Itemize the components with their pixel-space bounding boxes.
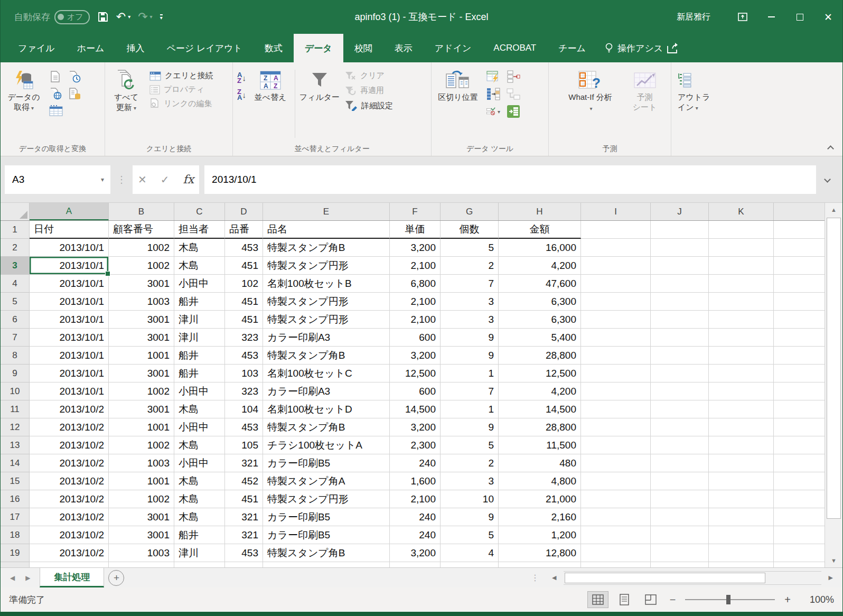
cell-G13[interactable]: 5	[441, 436, 499, 454]
cell-B11[interactable]: 3001	[109, 400, 174, 418]
manage-data-model-button[interactable]	[507, 105, 520, 118]
cell-K19[interactable]	[709, 544, 774, 562]
cell-E9[interactable]: 名刺100枚セットC	[263, 365, 390, 382]
cell-K9[interactable]	[709, 365, 774, 382]
cell-partial19[interactable]	[774, 544, 825, 562]
cell-D13[interactable]: 105	[225, 436, 263, 454]
cell-H[interactable]	[499, 562, 581, 567]
cell-J10[interactable]	[651, 382, 709, 400]
cell-K2[interactable]	[709, 239, 774, 257]
cell-partial6[interactable]	[774, 311, 825, 329]
cell-C5[interactable]: 船井	[174, 293, 225, 311]
header-cell-K1[interactable]	[709, 221, 774, 239]
cell-F4[interactable]: 6,800	[390, 275, 441, 293]
row-header-8[interactable]: 8	[1, 347, 30, 365]
header-cell-E1[interactable]: 品名	[263, 221, 390, 239]
cell-F8[interactable]: 3,200	[390, 347, 441, 365]
cell-F7[interactable]: 600	[390, 329, 441, 347]
zoom-out-button[interactable]: −	[667, 594, 679, 606]
cell-J17[interactable]	[651, 508, 709, 526]
header-cell-J1[interactable]	[651, 221, 709, 239]
cell-C9[interactable]: 船井	[174, 365, 225, 382]
cell-I[interactable]	[581, 562, 651, 567]
cell-partial16[interactable]	[774, 490, 825, 508]
tab-データ[interactable]: データ	[294, 34, 343, 62]
cell-H12[interactable]: 28,800	[499, 418, 581, 436]
zoom-in-button[interactable]: +	[781, 594, 794, 606]
redo-button[interactable]: ↷▾	[138, 11, 152, 23]
cell-H16[interactable]: 21,000	[499, 490, 581, 508]
cell-H6[interactable]: 6,300	[499, 311, 581, 329]
collapse-ribbon-button[interactable]	[828, 145, 833, 153]
from-database-button[interactable]	[68, 87, 82, 100]
horizontal-scroll-track[interactable]	[564, 571, 821, 585]
cell-E7[interactable]: カラー印刷A3	[263, 329, 390, 347]
cell-B4[interactable]: 3001	[109, 275, 174, 293]
cell-A[interactable]	[30, 562, 109, 567]
cell-B15[interactable]: 1001	[109, 472, 174, 490]
cell-A19[interactable]: 2013/10/2	[30, 544, 109, 562]
cell-J14[interactable]	[651, 454, 709, 472]
cell-J11[interactable]	[651, 400, 709, 418]
cell-A18[interactable]: 2013/10/2	[30, 526, 109, 544]
cell-H17[interactable]: 2,160	[499, 508, 581, 526]
cell-B7[interactable]: 3001	[109, 329, 174, 347]
data-validation-button[interactable]: ▾	[486, 105, 500, 118]
what-if-analysis-button[interactable]: ? What-If 分析 ▾	[556, 66, 625, 141]
cell-D[interactable]	[225, 562, 263, 567]
page-layout-view-button[interactable]	[614, 591, 635, 608]
cell-D10[interactable]: 323	[225, 382, 263, 400]
cell-K12[interactable]	[709, 418, 774, 436]
name-box[interactable]: A3 ▾	[5, 165, 110, 194]
formula-input[interactable]: 2013/10/1	[204, 165, 816, 194]
column-header-J[interactable]: J	[651, 203, 709, 220]
cell-B10[interactable]: 1002	[109, 382, 174, 400]
cell-partial10[interactable]	[774, 382, 825, 400]
cell-partial2[interactable]	[774, 239, 825, 257]
prev-sheet-button[interactable]: ◀	[10, 574, 15, 582]
cell-partial[interactable]	[774, 562, 825, 567]
cell-partial17[interactable]	[774, 508, 825, 526]
from-web-button[interactable]	[49, 87, 63, 100]
cell-K10[interactable]	[709, 382, 774, 400]
tab-校閲[interactable]: 校閲	[343, 34, 383, 62]
scroll-up-button[interactable]: ▲	[825, 203, 842, 217]
cell-J19[interactable]	[651, 544, 709, 562]
header-cell-C1[interactable]: 担当者	[174, 221, 225, 239]
cell-E14[interactable]: カラー印刷B5	[263, 454, 390, 472]
close-button[interactable]: ✕	[814, 0, 842, 34]
cell-D18[interactable]: 321	[225, 526, 263, 544]
column-header-D[interactable]: D	[225, 203, 263, 220]
cell-F6[interactable]: 2,100	[390, 311, 441, 329]
cell-I12[interactable]	[581, 418, 651, 436]
relationships-button[interactable]	[507, 87, 520, 101]
edit-links-button[interactable]: リンクの編集	[149, 98, 213, 109]
row-header-18[interactable]: 18	[1, 526, 30, 544]
cell-I19[interactable]	[581, 544, 651, 562]
row-header-2[interactable]: 2	[1, 239, 30, 257]
advanced-filter-button[interactable]: 詳細設定	[345, 100, 393, 111]
cell-F19[interactable]: 3,200	[390, 544, 441, 562]
row-header-7[interactable]: 7	[1, 329, 30, 347]
scroll-right-button[interactable]: ▶	[823, 574, 838, 581]
cell-B14[interactable]: 1003	[109, 454, 174, 472]
header-cell-I1[interactable]	[581, 221, 651, 239]
cell-D12[interactable]: 453	[225, 418, 263, 436]
outline-button[interactable]: アウトラ イン▾	[673, 66, 714, 141]
cell-J16[interactable]	[651, 490, 709, 508]
cell-D17[interactable]: 321	[225, 508, 263, 526]
scroll-left-button[interactable]: ◀	[547, 574, 561, 581]
cell-G[interactable]	[441, 562, 499, 567]
cell-H9[interactable]: 12,500	[499, 365, 581, 382]
cell-I5[interactable]	[581, 293, 651, 311]
cell-G10[interactable]: 7	[441, 382, 499, 400]
header-cell-B1[interactable]: 顧客番号	[109, 221, 174, 239]
cell-partial5[interactable]	[774, 293, 825, 311]
cell-I16[interactable]	[581, 490, 651, 508]
cell-J4[interactable]	[651, 275, 709, 293]
tab-挿入[interactable]: 挿入	[115, 34, 155, 62]
formula-bar-resize-handle[interactable]: ⋮	[110, 174, 133, 185]
cell-C14[interactable]: 小田中	[174, 454, 225, 472]
cell-I4[interactable]	[581, 275, 651, 293]
cell-B3[interactable]: 1002	[109, 257, 174, 275]
